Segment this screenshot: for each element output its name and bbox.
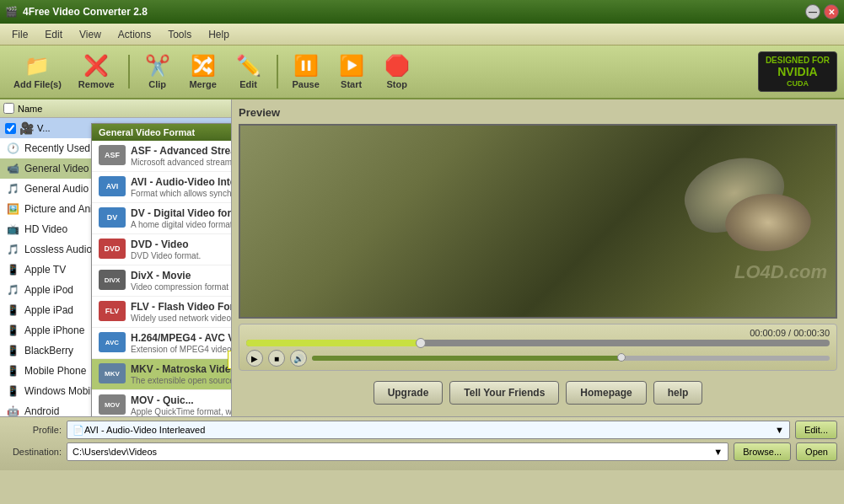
progress-bar[interactable]: [246, 340, 830, 346]
format-mov-text: MOV - Quic... Apple QuickTime format, wi…: [131, 394, 232, 416]
menu-view[interactable]: View: [71, 26, 110, 43]
destination-field[interactable]: C:\Users\dev\Videos ▼: [67, 442, 728, 461]
divx-icon: DIVX: [99, 270, 126, 290]
dvd-icon: DVD: [99, 239, 126, 259]
file-name: V...: [37, 123, 51, 133]
cat-label: Apple iPhone: [24, 324, 84, 336]
minimize-button[interactable]: —: [805, 4, 820, 19]
add-files-button[interactable]: 📁 Add File(s): [7, 51, 68, 93]
cat-label: Apple iPod: [24, 284, 73, 296]
pause-button[interactable]: ⏸️ Pause: [285, 51, 327, 93]
profile-field[interactable]: 📄 AVI - Audio-Video Interleaved ▼: [67, 421, 790, 439]
cat-label: Mobile Phone: [24, 365, 86, 377]
apple-iphone-icon: 📱: [7, 324, 19, 336]
stop-media-button[interactable]: ■: [268, 350, 285, 367]
mobile-phone-icon: 📱: [7, 365, 19, 377]
tell-friends-button[interactable]: Tell Your Friends: [449, 381, 559, 405]
format-h264[interactable]: AVC H.264/MPEG4 - AVC Video ◉ Extension …: [92, 328, 232, 359]
bottom-bar: Profile: 📄 AVI - Audio-Video Interleaved…: [0, 416, 844, 470]
format-mov[interactable]: MOV MOV - Quic... Apple QuickTime format…: [92, 390, 232, 416]
preview-label: Preview: [239, 106, 837, 119]
profile-dropdown-arrow[interactable]: ▼: [775, 425, 784, 435]
stop-button[interactable]: 🛑 Stop: [376, 51, 418, 93]
title-bar: 🎬 4Free Video Converter 2.8 — ✕: [0, 0, 844, 24]
menu-actions[interactable]: Actions: [110, 26, 159, 43]
close-button[interactable]: ✕: [824, 4, 839, 19]
hd-video-icon: 📺: [7, 223, 19, 235]
general-audio-icon: 🎵: [7, 183, 19, 195]
menu-tools[interactable]: Tools: [159, 26, 200, 43]
pause-icon: ⏸️: [293, 54, 319, 78]
remove-icon: ❌: [83, 54, 109, 78]
mov-icon: MOV: [99, 394, 126, 415]
preview-panel: Preview LO4D.com 00:00:09 / 00:00:30 ▶ ■…: [232, 99, 844, 416]
apple-ipod-icon: 🎵: [7, 284, 19, 296]
play-button[interactable]: ▶: [246, 350, 263, 367]
format-flv-text: FLV - Flash Video Format Widely used net…: [131, 301, 232, 323]
apple-ipad-icon: 📱: [7, 304, 19, 316]
apple-tv-icon: 📱: [7, 264, 19, 276]
volume-icon[interactable]: 🔊: [290, 350, 307, 367]
menu-bar: File Edit View Actions Tools Help: [0, 24, 844, 46]
open-button[interactable]: Open: [796, 442, 837, 461]
playback-controls: ▶ ■ 🔊: [246, 350, 830, 367]
h264-icon: AVC: [99, 332, 126, 352]
merge-button[interactable]: 🔀 Merge: [182, 51, 224, 93]
progress-thumb[interactable]: [416, 338, 426, 348]
profile-row: Profile: 📄 AVI - Audio-Video Interleaved…: [7, 421, 837, 439]
menu-edit[interactable]: Edit: [36, 26, 71, 43]
select-all-checkbox[interactable]: [3, 103, 14, 114]
windows-mobile-icon: 📱: [7, 385, 19, 397]
volume-bar[interactable]: [312, 356, 830, 361]
destination-row: Destination: C:\Users\dev\Videos ▼ Brows…: [7, 442, 837, 461]
destination-label: Destination:: [7, 447, 62, 457]
time-display: 00:00:09 / 00:00:30: [246, 328, 830, 338]
edit-button[interactable]: ✏️ Edit: [228, 51, 270, 93]
format-divx[interactable]: DIVX DivX - Movie Video compression form…: [92, 265, 232, 297]
start-label: Start: [341, 79, 362, 89]
edit-label: Edit: [239, 79, 257, 89]
clip-button[interactable]: ✂️ Clip: [137, 51, 179, 93]
flv-icon: FLV: [99, 301, 126, 321]
remove-button[interactable]: ❌ Remove: [72, 51, 121, 93]
edit-icon: ✏️: [236, 54, 261, 78]
preview-video: LO4D.com: [239, 124, 837, 319]
format-asf[interactable]: ASF ASF - Advanced Streaming Fo... Micro…: [92, 141, 232, 172]
toolbar: 📁 Add File(s) ❌ Remove ✂️ Clip 🔀 Merge ✏…: [0, 46, 844, 99]
format-tooltip: The extensible open source, open standar…: [228, 351, 232, 369]
cat-label: Lossless Audio: [24, 244, 92, 255]
nvidia-badge: DESIGNED FORNVIDIACUDA: [758, 51, 837, 92]
android-icon: 🤖: [7, 405, 19, 416]
help-button[interactable]: help: [653, 381, 703, 405]
format-flv[interactable]: FLV FLV - Flash Video Format Widely used…: [92, 297, 232, 328]
cat-label: Android: [24, 405, 59, 416]
avi-icon: AVI: [99, 176, 126, 196]
format-avi[interactable]: AVI AVI - Audio-Video Interleav◉ Format …: [92, 172, 232, 203]
progress-fill: [246, 340, 422, 346]
picture-animation-icon: 🖼️: [7, 203, 19, 215]
stop-label: Stop: [386, 79, 406, 89]
format-dvd[interactable]: DVD DVD - Video DVD Video format.: [92, 234, 232, 265]
cat-label: BlackBerry: [24, 345, 73, 357]
format-dv[interactable]: DV DV - Digital Video format A home digi…: [92, 203, 232, 234]
start-button[interactable]: ▶️ Start: [331, 51, 373, 93]
dv-icon: DV: [99, 207, 126, 228]
destination-dropdown-arrow[interactable]: ▼: [713, 447, 723, 457]
clip-label: Clip: [148, 79, 166, 89]
title-bar-controls: — ✕: [805, 4, 839, 19]
menu-file[interactable]: File: [3, 26, 36, 43]
upgrade-button[interactable]: Upgrade: [374, 381, 444, 405]
cat-label: Windows Mobile: [24, 385, 98, 397]
format-mkv[interactable]: MKV MKV - Matroska Video The extensible …: [92, 359, 232, 390]
browse-button[interactable]: Browse...: [734, 442, 791, 461]
format-avi-text: AVI - Audio-Video Interleav◉ Format whic…: [131, 176, 232, 198]
edit-profile-button[interactable]: Edit...: [795, 421, 837, 439]
file-icon: 🎥: [19, 121, 34, 135]
menu-help[interactable]: Help: [200, 26, 238, 43]
cat-label: Apple iPad: [24, 304, 73, 316]
file-checkbox[interactable]: [5, 123, 16, 134]
homepage-button[interactable]: Homepage: [566, 381, 646, 405]
volume-thumb[interactable]: [617, 353, 626, 362]
format-dvd-text: DVD - Video DVD Video format.: [131, 239, 232, 260]
start-icon: ▶️: [339, 54, 364, 78]
